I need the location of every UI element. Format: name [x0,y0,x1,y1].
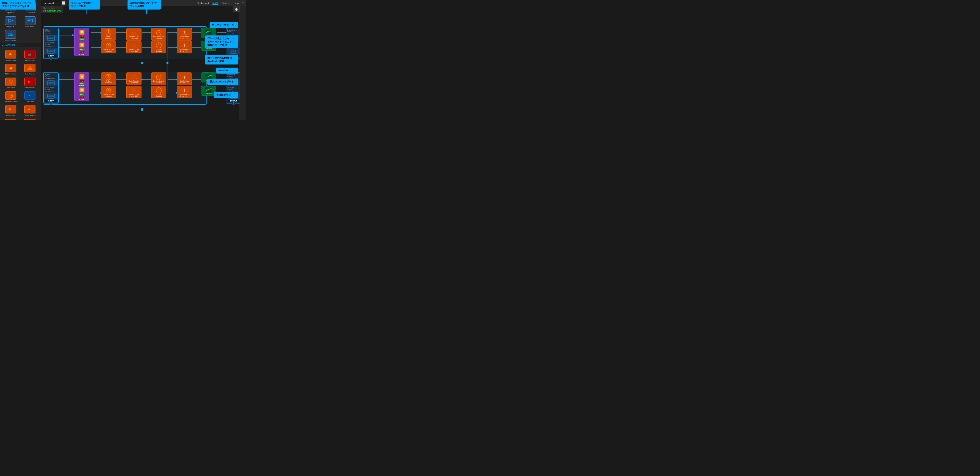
svg-point-106 [48,38,50,39]
svg-point-107 [50,38,52,39]
ip-filter-2[interactable]: 🔽 Pass Fail IP ADD [74,41,89,56]
svg-point-73 [166,62,169,64]
tooltip-3-text: 多種類の障害パターンやフィルタ機能 [130,2,157,8]
ip-filter-3[interactable]: 🔽 Fail Pass IP ADD [74,73,89,88]
burst-packets-label: Burst Packets [24,87,35,89]
ip-filter-4-fail: Fail [75,96,88,98]
bw-limit-3-icon [102,87,115,94]
tooltip-5: グループ化してから、コピーペーストすることで簡単にマップ生成 [205,35,239,48]
drop-100-4[interactable]: Drop Packets5 every 100 [177,86,192,98]
sidebar-item-mpeg-video[interactable]: 📹 MPEG Video [21,49,39,62]
svg-point-23 [10,81,11,82]
nav-dashboard[interactable]: Dashboard [197,2,209,5]
ip-filter-3-pass: Pass [75,83,88,85]
drop-100-3-label: Drop Packets5 every 100 [178,80,191,84]
svg-rect-184 [205,87,212,93]
sidebar-item-bandwidth-limit[interactable]: Bandwidth Limit [2,90,20,103]
sidebar-item-sink-hole[interactable]: Sink Hole [2,77,20,89]
delay-2-label: DelayConstant [152,49,165,52]
sidebar-item-pkt-corruption[interactable]: 💥 Pkt Corruption [2,63,20,76]
delay-3[interactable]: DelayConstant [101,73,116,85]
duplicator-icon: ⟳ [24,91,35,100]
sidebar-item-bit-error-rate[interactable]: ⚡ Bit Error Rate [2,49,20,62]
drop-1000-2[interactable]: Drop Packets1 every 1000 [126,41,142,53]
sidebar-item-input-switch[interactable]: Input Switch [21,16,40,29]
duplicator-label: Duplicator [26,100,34,102]
sidebar-item-drop-packets[interactable]: Drop Packets [21,63,39,76]
drop-1000-3-icon [127,74,140,80]
output-switch-icon [5,30,16,38]
delay-4[interactable]: DelayConstant [151,86,166,98]
drop-1000-4-label: Drop Packets1 every 1000 [127,94,140,97]
active-tab[interactable]: (unsaved) × [41,0,61,6]
ip-filter-4[interactable]: 🔽 Pass Fail IP ADD [74,86,89,101]
sidebar-item-burst-packets[interactable]: ✸ Burst Packets [21,77,39,89]
nav-system[interactable]: System [222,2,230,5]
drop-1000-3[interactable]: Drop Packets1 every 1000 [126,73,142,85]
bw-limit-1[interactable]: Bandwidth LimitConstant [101,41,116,53]
fragmentor-label: Fragmentor [6,114,15,116]
sidebar-item-fragmentor[interactable]: ✂ Fragmentor [2,104,20,117]
tool-select[interactable]: ⬜ [61,0,66,6]
delay-4-label: DelayConstant [152,94,165,97]
ip-filter-4-icon: 🔽 [75,87,88,93]
svg-point-110 [48,50,50,52]
ip-filter-1-pass: Pass [75,38,88,40]
delay-1[interactable]: DelayConstant [101,28,116,41]
tooltip-1: 障害、フィルタをドラッグすることでマップを生成 [0,0,35,10]
branch-port-1-input[interactable]: Branch Port 110 Gb/sLink ●● Pkts ═══ INP… [43,41,59,59]
impairments-section-header[interactable]: ▲ IMPAIRMENTS [0,43,41,48]
svg-point-148 [234,50,236,52]
sidebar-item-jitter[interactable]: Jitter [2,118,20,120]
drop-packets-label: Drop Packets [25,73,35,75]
tooltip-8: 最大16 portsサポート [207,79,239,85]
nav-help[interactable]: Help [234,2,239,5]
drop-100-1[interactable]: Drop Packets5 every 100 [177,28,192,41]
hq3-icon [45,80,57,86]
bit-error-rate-label: Bit Error Rate [6,59,16,61]
input-switch-label: Input Switch [25,25,35,27]
svg-text:✸: ✸ [27,80,30,84]
drop-100-2[interactable]: Drop Packets5 every 100 [177,41,192,53]
delay-4-icon [152,87,165,94]
top-navigation: Dashboard Maps System Help ☰ [91,0,246,6]
drop-1000-4[interactable]: Drop Packets1 every 1000 [126,86,142,98]
hq1-icon [45,35,57,41]
ip-filter-3-icon: 🔽 [75,74,88,80]
bit-error-rate-icon: ⚡ [5,50,16,59]
sidebar-item-output-switch[interactable]: Output Switch [1,29,20,42]
left-sidebar: Input Port Output Port Merge Point Input… [0,0,41,120]
svg-line-115 [108,33,110,33]
svg-point-14 [11,34,13,35]
tab-close-button[interactable]: × [57,2,58,5]
drop-1000-1[interactable]: Drop Packets1 every 1000 [126,28,142,41]
packet-modifier-icon: ✦ [24,105,35,113]
nav-maps[interactable]: Maps [212,2,218,5]
drop-100-3[interactable]: Drop Packets5 every 100 [177,73,192,85]
sidebar-item-delay[interactable]: Delay [21,118,39,120]
sidebar-item-merge-point[interactable]: Merge Point [1,16,20,29]
drop-1000-1-icon [127,29,140,36]
drop-100-4-label: Drop Packets5 every 100 [178,94,191,97]
svg-point-169 [134,91,134,92]
bw-graph-1-icon [202,29,215,35]
svg-rect-139 [205,30,212,35]
pass-badge-3: Pass [79,83,84,85]
bw-limit-4[interactable]: Bandwidth LimitConstant [151,73,166,85]
bw-graph-4-label: BWIDTH [202,93,215,95]
main-canvas[interactable]: HQ Port 110 Gb/sLink ●● Pkts ═══ INPUT 1… [41,14,240,120]
delay-2[interactable]: DelayConstant [151,41,166,53]
svg-point-179 [184,78,185,79]
sidebar-item-packet-modifier[interactable]: ✦ Packet Modifier [21,104,39,117]
tooltip-7: RestAPI [216,68,239,74]
svg-line-159 [108,77,110,78]
sidebar-item-duplicator[interactable]: ⟳ Duplicator [21,90,39,103]
bw-limit-3[interactable]: Bandwidth LimitConstant [101,86,116,98]
bw-limit-2[interactable]: Bandwidth LimitConstant [151,28,166,41]
branch-port-4-input[interactable]: Branch Port 110 Gb/sLink ●● Pkts ═══ INP… [43,86,59,103]
tooltip-3: 多種類の障害パターンやフィルタ機能 [127,0,161,10]
tooltip-4-text: マップザイズズーム [212,24,234,26]
svg-point-152 [52,82,54,84]
settings-gear-icon[interactable]: ⚙ [233,6,240,13]
svg-point-108 [52,38,54,39]
